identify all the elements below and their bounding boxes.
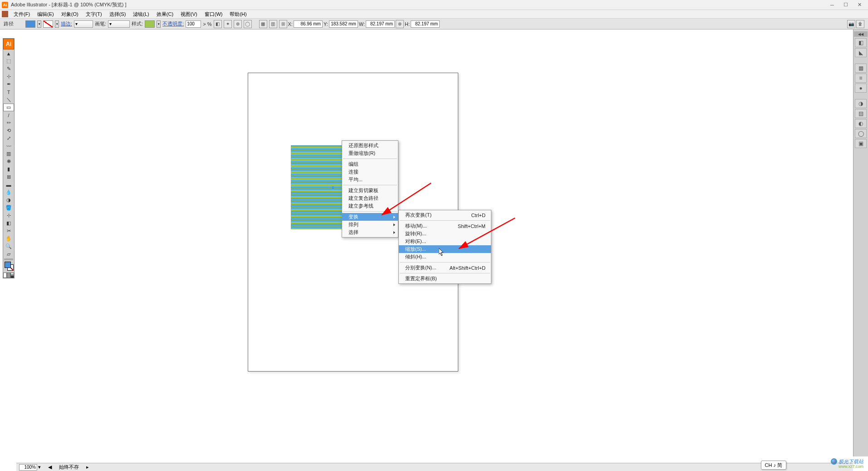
crop-tool[interactable]: ⊹ bbox=[3, 212, 14, 219]
column-graph-tool[interactable]: ▮ bbox=[3, 165, 14, 173]
menu-select[interactable]: 选择(S) bbox=[106, 10, 130, 19]
panel-icon-7[interactable]: ◐ bbox=[855, 119, 867, 128]
menu-file[interactable]: 文件(F) bbox=[10, 10, 34, 19]
ctx-transform[interactable]: 变换 bbox=[342, 213, 398, 221]
fill-dropdown[interactable]: ▾ bbox=[37, 20, 41, 28]
direct-selection-tool[interactable]: ⬚ bbox=[3, 57, 14, 65]
align-btn-1[interactable]: ▦ bbox=[259, 20, 267, 28]
pen-tool[interactable]: ✒ bbox=[3, 80, 14, 88]
menu-effect[interactable]: 效果(C) bbox=[153, 10, 177, 19]
opacity-label[interactable]: 不透明度: bbox=[162, 20, 184, 27]
zoom-tool[interactable]: 🔍 bbox=[3, 243, 14, 250]
zoom-control[interactable]: ▾ bbox=[19, 464, 41, 471]
icon-btn-3[interactable]: ⊕ bbox=[234, 20, 242, 28]
close-button[interactable]: ✕ bbox=[853, 1, 866, 9]
icon-btn-2[interactable]: ✦ bbox=[224, 20, 232, 28]
panel-icon-1[interactable]: ◣ bbox=[855, 48, 867, 57]
ime-bar[interactable]: CH ♪ 简 bbox=[761, 461, 787, 470]
opacity-input[interactable]: 100 bbox=[186, 20, 201, 28]
panel-icon-3[interactable]: ≡ bbox=[855, 74, 867, 83]
ctx-group[interactable]: 编组 bbox=[342, 160, 398, 168]
stroke-swatch[interactable] bbox=[43, 20, 53, 28]
brush-input[interactable]: ▾ bbox=[108, 20, 130, 28]
sub-move[interactable]: 移动(M)...Shift+Ctrl+M bbox=[399, 222, 491, 230]
warp-tool[interactable]: 〰 bbox=[3, 142, 14, 150]
zoom-input[interactable] bbox=[19, 464, 37, 471]
rectangle-tool[interactable]: ▭ bbox=[3, 104, 14, 111]
ctx-average[interactable]: 平均... bbox=[342, 176, 398, 183]
rotate-tool[interactable]: ⟲ bbox=[3, 127, 14, 134]
sub-reset-bounding-box[interactable]: 重置定界框(B) bbox=[399, 275, 491, 283]
blend-tool[interactable]: ◑ bbox=[3, 196, 14, 204]
panel-icon-6[interactable]: ▤ bbox=[855, 109, 867, 118]
panel-icon-5[interactable]: ◑ bbox=[855, 99, 867, 108]
minimize-button[interactable]: ─ bbox=[825, 1, 839, 9]
line-tool[interactable]: ＼ bbox=[3, 96, 14, 104]
w-input[interactable] bbox=[366, 20, 395, 28]
ctx-arrange[interactable]: 排列 bbox=[342, 221, 398, 228]
ctx-make-guides[interactable]: 建立参考线 bbox=[342, 202, 398, 210]
ctx-join[interactable]: 连接 bbox=[342, 168, 398, 176]
color-control[interactable] bbox=[3, 261, 14, 273]
registration-icon[interactable]: ⊞ bbox=[279, 20, 287, 28]
panel-icon-0[interactable]: ◧ bbox=[855, 38, 867, 47]
gradient-tool[interactable]: ▬ bbox=[3, 181, 14, 188]
ctx-redo-scale[interactable]: 重做缩放(R) bbox=[342, 149, 398, 157]
panel-icon-8[interactable]: ◯ bbox=[855, 129, 867, 138]
stroke-weight-input[interactable]: ▾ bbox=[74, 20, 93, 28]
color-modes[interactable] bbox=[3, 273, 14, 278]
style-dropdown[interactable]: ▾ bbox=[157, 20, 161, 28]
ctx-undo-graphic-style[interactable]: 还原图形样式 bbox=[342, 142, 398, 149]
icon-btn-4[interactable]: ◯ bbox=[244, 20, 252, 28]
pencil-tool[interactable]: ✏ bbox=[3, 119, 14, 127]
menu-object[interactable]: 对象(O) bbox=[58, 10, 82, 19]
hand-tool[interactable]: ✋ bbox=[3, 235, 14, 243]
panel-icon-2[interactable]: ▦ bbox=[855, 64, 867, 73]
free-transform-tool[interactable]: ▥ bbox=[3, 150, 14, 158]
style-swatch[interactable] bbox=[145, 20, 155, 28]
sub-transform-again[interactable]: 再次变换(T)Ctrl+D bbox=[399, 211, 491, 219]
sub-scale[interactable]: 缩放(S)... bbox=[399, 245, 491, 253]
mesh-tool[interactable]: ⊞ bbox=[3, 173, 14, 181]
eyedropper-tool[interactable]: 💧 bbox=[3, 188, 14, 196]
stroke-dropdown[interactable]: ▾ bbox=[55, 20, 59, 28]
menu-help[interactable]: 帮助(H) bbox=[226, 10, 250, 19]
menu-view[interactable]: 视图(V) bbox=[177, 10, 201, 19]
y-input[interactable] bbox=[329, 20, 358, 28]
magic-wand-tool[interactable]: ✎ bbox=[3, 65, 14, 73]
collapse-dock-button[interactable]: ◀◀ bbox=[854, 31, 868, 37]
right-ctrl-1[interactable]: 📷 bbox=[847, 20, 855, 28]
menu-edit[interactable]: 编辑(E) bbox=[34, 10, 58, 19]
sub-reflect[interactable]: 对称(E)... bbox=[399, 238, 491, 245]
selection-tool[interactable]: ▲ bbox=[3, 50, 14, 57]
x-input[interactable] bbox=[294, 20, 323, 28]
sub-transform-each[interactable]: 分别变换(N)...Alt+Shift+Ctrl+D bbox=[399, 264, 491, 272]
menu-text[interactable]: 文字(T) bbox=[82, 10, 106, 19]
stroke-label[interactable]: 描边: bbox=[61, 20, 72, 27]
type-tool[interactable]: T bbox=[3, 88, 14, 96]
align-btn-2[interactable]: ▥ bbox=[269, 20, 277, 28]
menu-filter[interactable]: 滤镜(L) bbox=[129, 10, 152, 19]
maximize-button[interactable]: ☐ bbox=[839, 1, 853, 9]
right-ctrl-2[interactable]: 🗑 bbox=[856, 20, 864, 28]
icon-btn-1[interactable]: ◧ bbox=[214, 20, 222, 28]
scissors-tool[interactable]: ✂ bbox=[3, 227, 14, 235]
symbol-sprayer-tool[interactable]: ❋ bbox=[3, 158, 14, 165]
sub-shear[interactable]: 倾斜(H)... bbox=[399, 253, 491, 261]
link-wh-icon[interactable]: ⊗ bbox=[396, 20, 404, 28]
h-input[interactable] bbox=[411, 20, 440, 28]
paintbrush-tool[interactable]: / bbox=[3, 111, 14, 119]
sub-rotate[interactable]: 旋转(R)... bbox=[399, 230, 491, 238]
fill-swatch[interactable] bbox=[25, 20, 35, 28]
panel-icon-4[interactable]: ● bbox=[855, 84, 867, 93]
live-paint-tool[interactable]: 🪣 bbox=[3, 204, 14, 212]
ctx-make-compound-path[interactable]: 建立复合路径 bbox=[342, 194, 398, 202]
foreground-color-icon[interactable] bbox=[5, 262, 11, 268]
scale-tool[interactable]: ⤢ bbox=[3, 134, 14, 142]
ctx-select[interactable]: 选择 bbox=[342, 228, 398, 236]
eraser-tool[interactable]: ◧ bbox=[3, 219, 14, 227]
menu-window[interactable]: 窗口(W) bbox=[201, 10, 226, 19]
panel-icon-9[interactable]: ▣ bbox=[855, 139, 867, 148]
ctx-make-clipping-mask[interactable]: 建立剪切蒙板 bbox=[342, 187, 398, 194]
lasso-tool[interactable]: ⊹ bbox=[3, 73, 14, 80]
